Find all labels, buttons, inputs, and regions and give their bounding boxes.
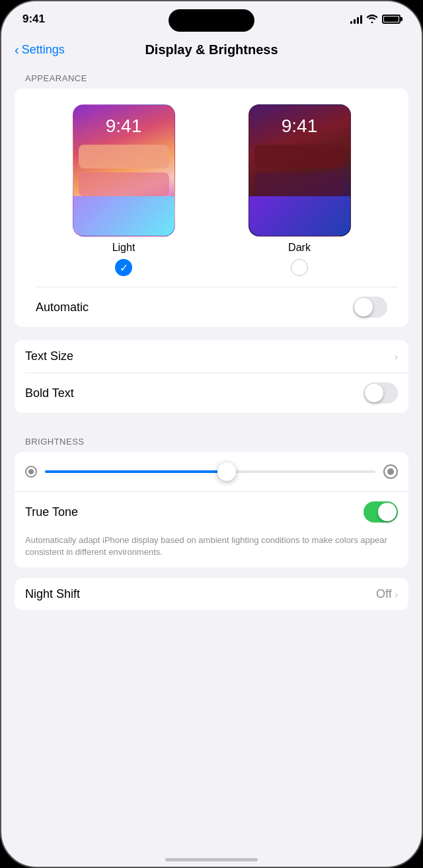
night-shift-row[interactable]: Night Shift Off › [15,578,408,610]
status-bar: 9:41 [1,1,422,37]
brightness-slider-row [15,452,408,491]
text-size-label: Text Size [25,349,73,363]
home-indicator [165,858,258,861]
true-tone-toggle[interactable] [364,501,398,523]
text-size-row[interactable]: Text Size › [15,340,408,373]
night-shift-label: Night Shift [25,587,80,601]
true-tone-row: True Tone [15,492,408,532]
dark-theme-preview: 9:41 [249,104,351,236]
true-tone-description: Automatically adapt iPhone display based… [15,532,408,567]
status-time: 9:41 [22,13,45,26]
dark-theme-time: 9:41 [249,116,350,137]
back-label: Settings [22,43,65,57]
wifi-icon [366,14,378,25]
back-chevron-icon: ‹ [15,42,19,57]
dynamic-island [169,9,254,32]
light-theme-label: Light [112,242,135,254]
light-theme-time: 9:41 [73,116,174,137]
battery-icon [382,15,401,24]
back-button[interactable]: ‹ Settings [15,42,65,57]
true-tone-section: True Tone Automatically adapt iPhone dis… [15,491,408,567]
status-icons [350,14,401,25]
bold-text-row: Bold Text [15,373,408,413]
text-size-chevron-icon: › [395,351,398,363]
brightness-slider[interactable] [45,462,375,481]
night-shift-chevron-icon: › [395,589,398,600]
signal-bars-icon [350,15,362,24]
page-title: Display & Brightness [145,42,278,57]
automatic-label: Automatic [36,301,89,314]
text-card: Text Size › Bold Text [15,340,408,413]
nav-bar: ‹ Settings Display & Brightness [1,37,422,65]
brightness-high-icon [383,464,398,479]
dark-theme-option[interactable]: 9:41 Dark [249,104,351,276]
light-theme-radio[interactable]: ✓ [115,259,132,276]
content-area: APPEARANCE 9:41 Light [1,65,422,616]
theme-options: 9:41 Light ✓ 9:41 [25,99,398,279]
phone-frame: 9:41 ‹ Settings [0,0,423,868]
brightness-low-icon [25,466,37,478]
true-tone-label: True Tone [25,505,78,519]
light-theme-preview: 9:41 [73,104,175,236]
appearance-section-label: APPEARANCE [1,73,422,83]
brightness-card: True Tone Automatically adapt iPhone dis… [15,452,408,567]
automatic-toggle[interactable] [353,297,387,318]
bold-text-label: Bold Text [25,386,74,400]
bold-text-toggle[interactable] [364,382,398,404]
appearance-card: 9:41 Light ✓ 9:41 [15,89,408,327]
light-theme-option[interactable]: 9:41 Light ✓ [73,104,175,276]
night-shift-value: Off [376,587,392,601]
brightness-section-label: BRIGHTNESS [1,437,422,447]
night-shift-card: Night Shift Off › [15,578,408,610]
dark-theme-label: Dark [288,242,311,254]
automatic-toggle-row: Automatic [25,287,398,327]
dark-theme-radio[interactable] [291,259,308,276]
